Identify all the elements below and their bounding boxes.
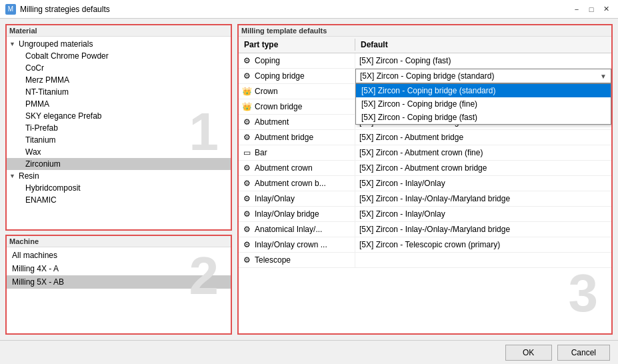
default-abutment-bridge[interactable]: [5X] Zircon - Abutment bridge xyxy=(355,131,611,144)
part-label-inlay-onlay: Inlay/Onlay xyxy=(255,194,295,203)
abutment-bridge-icon: ⚙ xyxy=(241,132,252,143)
default-anatomical[interactable]: [5X] Zircon - Inlay-/Onlay-/Maryland bri… xyxy=(355,223,611,236)
table-row[interactable]: ⚙ Coping [5X] Zircon - Coping (fast) xyxy=(239,53,611,69)
default-inlay-onlay[interactable]: [5X] Zircon - Inlay-/Onlay-/Maryland bri… xyxy=(355,192,611,205)
right-panel: Milling template defaults Part type Defa… xyxy=(237,24,613,335)
part-inlay-onlay-bridge: ⚙ Inlay/Onlay bridge xyxy=(239,207,355,221)
part-label-crown: Crown xyxy=(255,87,278,96)
material-zirconium[interactable]: Zirconium xyxy=(7,158,231,170)
part-label-abutment-crown: Abutment crown xyxy=(255,163,313,173)
material-cocr[interactable]: CoCr xyxy=(7,62,231,74)
default-coping-bridge[interactable]: [5X] Zircon - Coping bridge (standard) ▼ xyxy=(355,69,611,83)
dropdown-option-fine[interactable]: [5X] Zircon - Coping bridge (fine) xyxy=(356,97,611,111)
machine-all[interactable]: All machines xyxy=(7,249,231,262)
table-row-coping-bridge[interactable]: ⚙ Coping bridge [5X] Zircon - Coping bri… xyxy=(239,69,611,84)
maximize-button[interactable]: □ xyxy=(585,3,598,16)
part-crown-bridge: 👑 Crown bridge xyxy=(239,99,355,114)
default-value-inlay-onlay-bridge: [5X] Zircon - Inlay/Onlay xyxy=(359,209,445,219)
milling-template-label: Milling template defaults xyxy=(239,25,611,37)
dropdown-option-fast[interactable]: [5X] Zircon - Coping bridge (fast) xyxy=(356,111,611,124)
default-telescope[interactable] xyxy=(355,258,611,262)
material-titanium[interactable]: Titanium xyxy=(7,134,231,146)
table-row-telescope[interactable]: ⚙ Telescope xyxy=(239,253,611,268)
coping-icon: ⚙ xyxy=(241,55,252,66)
dropdown-option-standard[interactable]: [5X] Zircon - Coping bridge (standard) xyxy=(356,84,611,97)
default-value-bar: [5X] Zircon - Abutment crown (fine) xyxy=(359,148,483,157)
machine-list: All machines Milling 4X - A Milling 5X -… xyxy=(7,247,231,290)
resin-header[interactable]: ▼ Resin xyxy=(7,170,231,182)
default-abutment-crown-b[interactable]: [5X] Zircon - Inlay/Onlay xyxy=(355,177,611,190)
crown-bridge-icon: 👑 xyxy=(241,101,252,112)
part-label-anatomical: Anatomical Inlay/... xyxy=(255,225,322,234)
default-abutment-crown[interactable]: [5X] Zircon - Abutment crown bridge xyxy=(355,161,611,175)
default-inlay-crown[interactable]: [5X] Zircon - Telescopic crown (primary) xyxy=(355,238,611,251)
part-label-coping: Coping xyxy=(255,56,280,65)
default-bar[interactable]: [5X] Zircon - Abutment crown (fine) xyxy=(355,146,611,159)
main-content: Material ▼ Ungrouped materials Cobalt Ch… xyxy=(0,19,618,340)
machine-label: Machine xyxy=(7,236,231,247)
abutment-icon: ⚙ xyxy=(241,117,252,127)
material-merz[interactable]: Merz PMMA xyxy=(7,74,231,86)
col-default-header: Default xyxy=(355,39,611,51)
table-row-bar[interactable]: ▭ Bar [5X] Zircon - Abutment crown (fine… xyxy=(239,145,611,161)
bar-icon: ▭ xyxy=(241,147,252,158)
material-cobalt[interactable]: Cobalt Chrome Powder xyxy=(7,50,231,62)
dropdown-list[interactable]: [5X] Zircon - Coping bridge (standard) [… xyxy=(355,83,611,125)
material-wax[interactable]: Wax xyxy=(7,146,231,158)
window-title: Milling strategies defaults xyxy=(20,5,110,14)
table-row-inlay-onlay[interactable]: ⚙ Inlay/Onlay [5X] Zircon - Inlay-/Onlay… xyxy=(239,191,611,207)
inlay-onlay-bridge-icon: ⚙ xyxy=(241,209,252,219)
material-enamic[interactable]: ENAMIC xyxy=(7,194,231,206)
part-inlay-crown: ⚙ Inlay/Onlay crown ... xyxy=(239,237,355,252)
machine-4x[interactable]: Milling 4X - A xyxy=(7,262,231,275)
left-panel: Material ▼ Ungrouped materials Cobalt Ch… xyxy=(5,24,232,335)
part-bar: ▭ Bar xyxy=(239,145,355,160)
machine-5x[interactable]: Milling 5X - AB xyxy=(7,275,231,289)
material-pmma[interactable]: PMMA xyxy=(7,98,231,110)
part-anatomical: ⚙ Anatomical Inlay/... xyxy=(239,222,355,237)
material-panel: Material ▼ Ungrouped materials Cobalt Ch… xyxy=(5,24,232,231)
minimize-button[interactable]: − xyxy=(570,3,583,16)
template-table: Part type Default ⚙ Coping [5X] Zircon -… xyxy=(239,37,611,333)
part-label-coping-bridge: Coping bridge xyxy=(255,71,305,81)
part-abutment-bridge: ⚙ Abutment bridge xyxy=(239,130,355,145)
ok-button[interactable]: OK xyxy=(505,345,552,361)
table-row-abutment-crown-b[interactable]: ⚙ Abutment crown b... [5X] Zircon - Inla… xyxy=(239,176,611,191)
resin-label: Resin xyxy=(19,171,39,181)
part-label-abutment-crown-b: Abutment crown b... xyxy=(255,179,326,188)
default-inlay-onlay-bridge[interactable]: [5X] Zircon - Inlay/Onlay xyxy=(355,207,611,221)
material-nt-titanium[interactable]: NT-Titanium xyxy=(7,86,231,98)
table-row-inlay-crown[interactable]: ⚙ Inlay/Onlay crown ... [5X] Zircon - Te… xyxy=(239,237,611,253)
inlay-onlay-icon: ⚙ xyxy=(241,193,252,204)
resin-group: ▼ Resin Hybridcomposit ENAMIC xyxy=(7,170,231,206)
default-value-anatomical: [5X] Zircon - Inlay-/Onlay-/Maryland bri… xyxy=(359,225,510,234)
table-row-anatomical[interactable]: ⚙ Anatomical Inlay/... [5X] Zircon - Inl… xyxy=(239,222,611,237)
default-value-inlay-crown: [5X] Zircon - Telescopic crown (primary) xyxy=(359,240,500,249)
part-coping-bridge: ⚙ Coping bridge xyxy=(239,69,355,83)
dropdown-arrow-icon: ▼ xyxy=(600,73,607,80)
material-ti-prefab[interactable]: Ti-Prefab xyxy=(7,122,231,134)
default-value-coping: [5X] Zircon - Coping (fast) xyxy=(359,56,451,65)
default-coping[interactable]: [5X] Zircon - Coping (fast) xyxy=(355,54,611,67)
cancel-button[interactable]: Cancel xyxy=(557,345,610,361)
default-value-abutment-crown-b: [5X] Zircon - Inlay/Onlay xyxy=(359,179,445,188)
table-row-abutment-bridge[interactable]: ⚙ Abutment bridge [5X] Zircon - Abutment… xyxy=(239,130,611,145)
close-button[interactable]: ✕ xyxy=(599,3,613,16)
abutment-crown-b-icon: ⚙ xyxy=(241,178,252,189)
table-row-abutment-crown[interactable]: ⚙ Abutment crown [5X] Zircon - Abutment … xyxy=(239,161,611,176)
table-row-inlay-onlay-bridge[interactable]: ⚙ Inlay/Onlay bridge [5X] Zircon - Inlay… xyxy=(239,207,611,222)
ungrouped-header[interactable]: ▼ Ungrouped materials xyxy=(7,38,231,50)
tree-arrow-resin: ▼ xyxy=(9,173,19,179)
bottom-bar: OK Cancel xyxy=(0,340,618,364)
table-body[interactable]: ⚙ Coping [5X] Zircon - Coping (fast) ⚙ C… xyxy=(239,53,611,331)
material-sky[interactable]: SKY elegance Prefab xyxy=(7,110,231,122)
part-label-abutment-bridge: Abutment bridge xyxy=(255,133,313,142)
app-icon: M xyxy=(5,4,16,15)
material-list[interactable]: ▼ Ungrouped materials Cobalt Chrome Powd… xyxy=(7,37,231,229)
part-label-abutment: Abutment xyxy=(255,117,289,127)
machine-panel: Machine All machines Milling 4X - A Mill… xyxy=(5,235,232,335)
table-header: Part type Default xyxy=(239,37,611,53)
part-inlay-onlay: ⚙ Inlay/Onlay xyxy=(239,191,355,206)
material-hybrid[interactable]: Hybridcomposit xyxy=(7,182,231,194)
inlay-crown-icon: ⚙ xyxy=(241,239,252,250)
